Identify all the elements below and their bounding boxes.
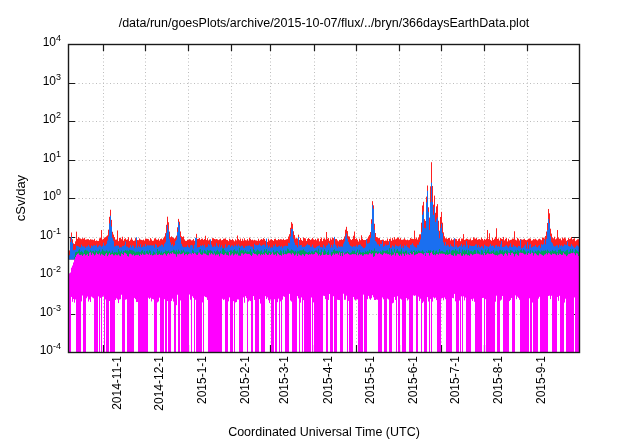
y-tick-label: 10-1 (17, 228, 61, 242)
x-tick-label: 2015-7-1 (448, 356, 462, 404)
figure: /data/run/goesPlots/archive/2015-10-07/f… (0, 0, 640, 448)
x-tick-label: 2015-1-1 (195, 356, 209, 404)
y-tick-label: 102 (17, 112, 61, 126)
x-tick-label: 2015-9-1 (534, 356, 548, 404)
y-tick-label: 103 (17, 74, 61, 88)
y-tick-label: 100 (17, 189, 61, 203)
x-tick-label: 2015-3-1 (277, 356, 291, 404)
x-tick-label: 2015-6-1 (406, 356, 420, 404)
y-tick-label: 10-2 (17, 266, 61, 280)
x-tick-label: 2015-2-1 (238, 356, 252, 404)
y-tick-label: 104 (17, 35, 61, 49)
y-tick-label: 10-4 (17, 343, 61, 357)
y-tick-label: 101 (17, 151, 61, 165)
x-tick-label: 2014-11-1 (110, 356, 124, 410)
plot-title: /data/run/goesPlots/archive/2015-10-07/f… (64, 16, 584, 30)
x-tick-label: 2015-8-1 (491, 356, 505, 404)
x-tick-label: 2014-12-1 (152, 356, 166, 411)
x-tick-label: 2015-4-1 (321, 356, 335, 404)
x-tick-label: 2015-5-1 (363, 356, 377, 404)
y-tick-label: 10-3 (17, 305, 61, 319)
x-axis-label: Coordinated Universal Time (UTC) (64, 425, 584, 439)
